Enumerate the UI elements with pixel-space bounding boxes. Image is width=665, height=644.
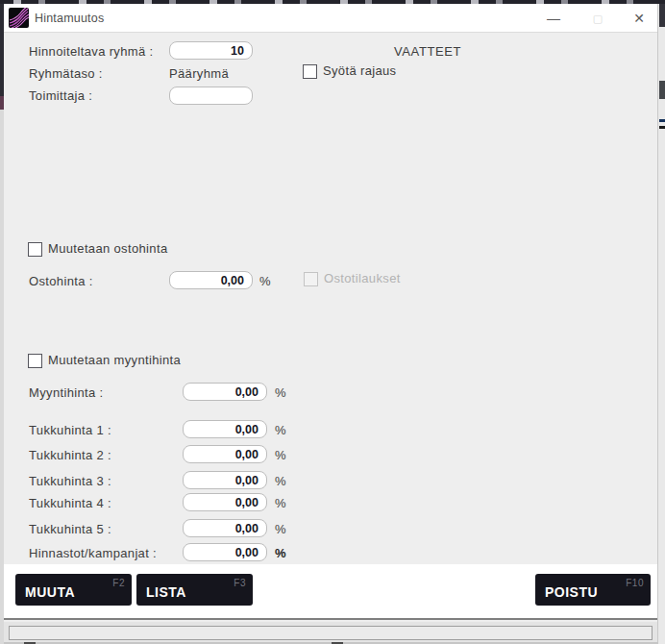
command-button-bar: MUUTA F2 LISTA F3 POISTU F10 bbox=[4, 564, 657, 620]
percent-row-label: Myyntihinta : bbox=[29, 385, 104, 400]
supplier-input[interactable] bbox=[169, 87, 253, 105]
percent-row-label: Tukkuhinta 5 : bbox=[29, 522, 111, 536]
supplier-label: Toimittaja : bbox=[29, 88, 92, 103]
minimize-button[interactable]: — bbox=[534, 4, 573, 33]
background-fragment bbox=[659, 4, 665, 27]
percent-row-unit: % bbox=[275, 385, 286, 400]
pricing-group-input[interactable] bbox=[169, 41, 253, 60]
poistu-button[interactable]: POISTU F10 bbox=[535, 574, 651, 606]
hintamuutos-dialog: Hintamuutos — ▢ ✕ Hinnoiteltava ryhmä : … bbox=[4, 4, 658, 642]
checkbox-label: Syötä rajaus bbox=[323, 63, 396, 78]
change-purchase-price-checkbox[interactable]: Muutetaan ostohinta bbox=[28, 242, 167, 257]
checkbox-box bbox=[304, 272, 318, 286]
percent-row-input[interactable] bbox=[183, 383, 267, 401]
percent-row-unit: % bbox=[275, 474, 286, 488]
title-bar[interactable]: Hintamuutos — ▢ ✕ bbox=[4, 4, 657, 33]
purchase-price-label: Ostohinta : bbox=[29, 274, 93, 288]
enter-filter-checkbox[interactable]: Syötä rajaus bbox=[303, 64, 396, 79]
checkbox-box[interactable] bbox=[28, 354, 42, 368]
checkbox-label: Muutetaan myyntihinta bbox=[48, 353, 181, 367]
percent-row-input[interactable] bbox=[183, 493, 267, 511]
percent-row-input[interactable] bbox=[183, 519, 267, 537]
percent-row-unit: % bbox=[275, 546, 286, 560]
percent-row-unit: % bbox=[275, 423, 286, 437]
fkey-hint: F2 bbox=[112, 578, 125, 588]
percent-row-label: Tukkuhinta 4 : bbox=[29, 496, 111, 510]
lista-button[interactable]: LISTA F3 bbox=[136, 574, 253, 606]
status-bar bbox=[4, 622, 657, 642]
background-fragment bbox=[659, 81, 665, 99]
window-title: Hintamuutos bbox=[35, 12, 104, 25]
percent-row-input[interactable] bbox=[183, 543, 267, 561]
group-level-value: Pääryhmä bbox=[169, 66, 229, 81]
purchase-price-unit: % bbox=[259, 274, 271, 288]
percent-row-label: Tukkuhinta 2 : bbox=[29, 448, 111, 462]
percent-row-label: Tukkuhinta 1 : bbox=[29, 423, 111, 437]
checkbox-label: Ostotilaukset bbox=[324, 271, 401, 285]
button-caption: POISTU bbox=[545, 584, 598, 600]
close-button[interactable]: ✕ bbox=[620, 4, 658, 33]
background-fragment bbox=[659, 119, 665, 122]
muuta-button[interactable]: MUUTA F2 bbox=[15, 574, 132, 606]
change-sales-price-checkbox[interactable]: Muutetaan myyntihinta bbox=[28, 354, 181, 368]
background-window-right-edge bbox=[658, 4, 665, 644]
screen: Hintamuutos — ▢ ✕ Hinnoiteltava ryhmä : … bbox=[0, 0, 665, 644]
pricing-group-label: Hinnoiteltava ryhmä : bbox=[29, 44, 153, 59]
background-fragment bbox=[659, 126, 665, 129]
checkbox-box[interactable] bbox=[303, 64, 317, 79]
percent-row-unit: % bbox=[275, 448, 286, 462]
checkbox-box[interactable] bbox=[28, 242, 42, 257]
fkey-hint: F10 bbox=[626, 578, 644, 588]
percent-row-unit: % bbox=[275, 522, 286, 536]
maximize-button[interactable]: ▢ bbox=[579, 4, 617, 33]
status-message-box bbox=[9, 626, 653, 640]
percent-row-input[interactable] bbox=[183, 445, 267, 463]
percent-row-input[interactable] bbox=[183, 420, 267, 438]
app-logo-icon bbox=[9, 8, 29, 28]
percent-row-label: Hinnastot/kampanjat : bbox=[29, 546, 157, 560]
purchase-orders-checkbox: Ostotilaukset bbox=[304, 272, 401, 286]
fkey-hint: F3 bbox=[234, 578, 246, 588]
button-caption: LISTA bbox=[146, 584, 186, 600]
button-caption: MUUTA bbox=[25, 584, 75, 600]
percent-row-unit: % bbox=[275, 496, 286, 510]
purchase-price-input[interactable] bbox=[169, 271, 253, 289]
checkbox-label: Muutetaan ostohinta bbox=[48, 241, 167, 256]
group-level-label: Ryhmätaso : bbox=[29, 66, 103, 81]
percent-row-input[interactable] bbox=[183, 471, 267, 489]
group-name-text: VAATTEET bbox=[394, 44, 461, 59]
percent-row-label: Tukkuhinta 3 : bbox=[29, 474, 111, 488]
